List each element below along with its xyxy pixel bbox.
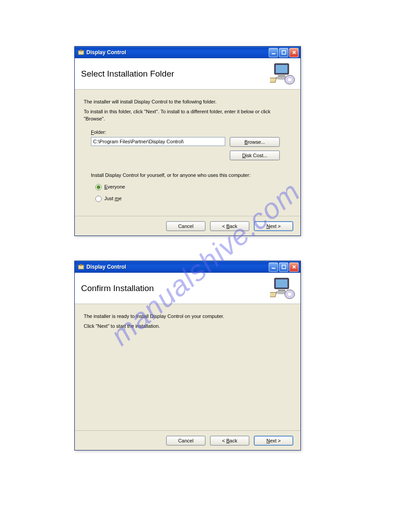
cancel-button[interactable]: Cancel xyxy=(166,221,206,231)
svg-rect-13 xyxy=(272,268,275,269)
window-controls xyxy=(269,262,299,272)
radio-just-me[interactable] xyxy=(95,196,102,202)
dialog-body: The installer is ready to install Displa… xyxy=(75,304,300,337)
titlebar[interactable]: Display Control xyxy=(75,261,300,273)
svg-point-20 xyxy=(288,293,291,296)
close-button[interactable] xyxy=(289,262,299,272)
svg-rect-12 xyxy=(80,264,82,266)
svg-rect-21 xyxy=(270,292,276,297)
titlebar[interactable]: Display Control xyxy=(75,47,300,58)
svg-rect-3 xyxy=(282,51,286,54)
body-text-1: The installer is ready to install Displa… xyxy=(84,313,291,320)
minimize-button[interactable] xyxy=(269,48,278,57)
body-text-2: Click "Next" to start the installation. xyxy=(84,323,291,330)
back-button[interactable]: < Back xyxy=(210,436,249,446)
cancel-button[interactable]: Cancel xyxy=(166,436,206,446)
header-panel: Select Installation Folder xyxy=(75,58,300,90)
maximize-button[interactable] xyxy=(279,262,288,272)
maximize-button[interactable] xyxy=(279,48,288,57)
computer-folder-icon xyxy=(270,62,296,86)
page-title: Select Installation Folder xyxy=(81,69,174,79)
titlebar-text: Display Control xyxy=(86,49,269,56)
folder-path-input[interactable] xyxy=(91,137,225,146)
dialog-footer: Cancel < Back Next > xyxy=(75,430,300,450)
body-text-1: The installer will install Display Contr… xyxy=(84,99,291,106)
body-text-2: To install in this folder, click "Next".… xyxy=(84,108,291,123)
browse-button[interactable]: Browse... xyxy=(230,137,280,147)
svg-rect-2 xyxy=(272,53,275,54)
next-button[interactable]: Next > xyxy=(254,436,293,446)
disk-cost-button[interactable]: Disk Cost... xyxy=(230,150,280,160)
dialog-footer: Cancel < Back Next > xyxy=(75,216,300,236)
header-panel: Confirm Installation xyxy=(75,273,300,304)
back-button[interactable]: < Back xyxy=(210,221,249,231)
next-button[interactable]: Next > xyxy=(254,221,293,231)
window-controls xyxy=(269,48,299,57)
svg-rect-14 xyxy=(282,265,286,269)
svg-point-9 xyxy=(288,78,291,82)
svg-rect-5 xyxy=(276,65,287,73)
page-title: Confirm Installation xyxy=(81,283,154,293)
install-for-label: Install Display Control for yourself, or… xyxy=(91,172,291,179)
folder-label: Folder: xyxy=(91,129,291,136)
computer-folder-icon xyxy=(270,276,296,300)
installer-dialog-confirm: Display Control Confirm Installation xyxy=(74,261,301,450)
close-button[interactable] xyxy=(289,48,299,57)
dialog-body: The installer will install Display Contr… xyxy=(75,90,300,207)
installer-icon xyxy=(77,49,85,56)
radio-just-me-label: Just me xyxy=(104,195,122,202)
svg-rect-1 xyxy=(80,50,82,51)
installer-icon xyxy=(77,263,85,270)
svg-rect-10 xyxy=(270,78,276,82)
radio-everyone[interactable] xyxy=(95,184,102,190)
titlebar-text: Display Control xyxy=(86,264,269,270)
minimize-button[interactable] xyxy=(269,262,278,272)
radio-everyone-label: Everyone xyxy=(104,184,125,191)
installer-dialog-select-folder: Display Control Select Installation Fold… xyxy=(74,46,301,236)
svg-rect-16 xyxy=(276,279,287,287)
